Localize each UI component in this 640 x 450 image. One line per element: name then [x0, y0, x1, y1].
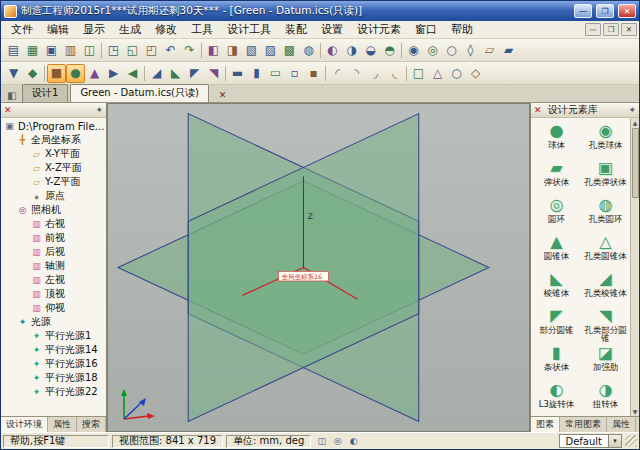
library-item[interactable]: ◎ 圆环: [532, 194, 581, 231]
next-view-icon[interactable]: ▶: [104, 64, 123, 83]
chamfer-icon[interactable]: ◑: [342, 41, 361, 60]
tab-properties[interactable]: 属性: [48, 417, 77, 432]
extrude-icon[interactable]: ▧: [242, 41, 261, 60]
library-item[interactable]: ◑ 扭转体: [581, 379, 630, 416]
maximize-button[interactable]: ❐: [596, 4, 614, 18]
tree-item[interactable]: 平行光源14: [1, 343, 106, 357]
previous-view-icon[interactable]: ◀: [123, 64, 142, 83]
tree-item[interactable]: 轴测: [1, 259, 106, 273]
menu-help[interactable]: 帮助: [444, 21, 480, 38]
menu-design-elements[interactable]: 设计元素: [350, 21, 408, 38]
zoom-window-icon[interactable]: □: [409, 64, 428, 83]
panel-pin-icon[interactable]: ✦: [628, 105, 636, 115]
bar-icon[interactable]: ▮: [247, 64, 266, 83]
menu-tools[interactable]: 工具: [184, 21, 220, 38]
mdi-restore-button[interactable]: ❐: [603, 23, 619, 36]
viewport[interactable]: Z 全局坐标系16: [107, 103, 530, 432]
library-item[interactable]: ● 球体: [532, 120, 581, 157]
tab-green-datum[interactable]: Green - Datum.ics(只读): [70, 84, 209, 102]
minimize-button[interactable]: —: [574, 4, 592, 18]
tree-item[interactable]: 光源: [1, 315, 106, 329]
library-item[interactable]: ◤ 部分圆锥: [532, 305, 581, 342]
shell-icon[interactable]: ◒: [361, 41, 380, 60]
arc-nw-icon[interactable]: ◝: [347, 64, 366, 83]
tree-item[interactable]: 平行光源1: [1, 329, 106, 343]
surface-extend-icon[interactable]: ◥: [204, 64, 223, 83]
shading-toggle-icon[interactable]: ◐: [346, 435, 361, 448]
array-icon[interactable]: ○: [442, 41, 461, 60]
render-style-select[interactable]: Default ▾: [559, 434, 622, 448]
library-item[interactable]: ▰ 弹状体: [532, 157, 581, 194]
analysis-icon[interactable]: ▱: [480, 41, 499, 60]
tree-item[interactable]: 后视: [1, 245, 106, 259]
tree-item[interactable]: 右视: [1, 217, 106, 231]
new-icon[interactable]: ▤: [4, 41, 23, 60]
zoom-all-icon[interactable]: ○: [447, 64, 466, 83]
menu-generate[interactable]: 生成: [112, 21, 148, 38]
library-item[interactable]: ◐ L3旋转体: [532, 379, 581, 416]
library-item[interactable]: ◢ 孔类棱锥体: [581, 268, 630, 305]
mdi-minimize-button[interactable]: —: [585, 23, 601, 36]
vertex-icon[interactable]: ▪: [304, 64, 323, 83]
undo-icon[interactable]: ↶: [161, 41, 180, 60]
library-item[interactable]: ◍ 孔类圆环: [581, 194, 630, 231]
scrollbar-thumb[interactable]: [632, 128, 639, 198]
arc-sw-icon[interactable]: ◟: [385, 64, 404, 83]
menu-window[interactable]: 窗口: [408, 21, 444, 38]
rectangle-icon[interactable]: ▭: [266, 64, 285, 83]
menu-design-tools[interactable]: 设计工具: [220, 21, 278, 38]
close-button[interactable]: ✕: [618, 4, 636, 18]
sketch-icon[interactable]: ◧: [204, 41, 223, 60]
menu-assembly[interactable]: 装配: [278, 21, 314, 38]
rotate-view-icon[interactable]: ◇: [466, 64, 485, 83]
arc-se-icon[interactable]: ◞: [366, 64, 385, 83]
library-item[interactable]: ▲ 圆锥体: [532, 231, 581, 268]
datum-plane-icon[interactable]: ◨: [223, 41, 242, 60]
tree-item[interactable]: 前视: [1, 231, 106, 245]
tab-close-icon[interactable]: ✕: [215, 88, 230, 102]
copy-icon[interactable]: ◱: [123, 41, 142, 60]
snap-toggle-icon[interactable]: ◎: [330, 435, 345, 448]
corner-extend-icon[interactable]: ◣: [166, 64, 185, 83]
point-icon[interactable]: ▫: [285, 64, 304, 83]
solid-display-icon[interactable]: ■: [47, 64, 66, 83]
scroll-down-icon[interactable]: ▼: [633, 407, 638, 416]
tree-item[interactable]: 仰视: [1, 301, 106, 315]
tab-attributes[interactable]: 属性: [607, 417, 636, 432]
resize-grip[interactable]: [625, 435, 637, 447]
panel-close-icon[interactable]: ✕: [534, 105, 545, 115]
library-item[interactable]: △ 孔类圆锥体: [581, 231, 630, 268]
tab-search[interactable]: 搜索: [77, 417, 106, 432]
sweep-icon[interactable]: ▩: [280, 41, 299, 60]
print-icon[interactable]: ▥: [61, 41, 80, 60]
mirror-icon[interactable]: ◎: [423, 41, 442, 60]
render-mode-icon[interactable]: ◆: [23, 64, 42, 83]
scroll-up-icon[interactable]: ▲: [633, 118, 638, 127]
menu-modify[interactable]: 修改: [148, 21, 184, 38]
select-icon[interactable]: ▼: [4, 64, 23, 83]
library-item[interactable]: ▣ 孔类弹状体: [581, 157, 630, 194]
arc-ne-icon[interactable]: ◜: [328, 64, 347, 83]
tab-sheet-metal[interactable]: 钣金: [636, 417, 640, 432]
library-item[interactable]: ◪ 加强肋: [581, 342, 630, 379]
tree-item[interactable]: 平行光源22: [1, 385, 106, 399]
tree-item[interactable]: 顶视: [1, 287, 106, 301]
menu-display[interactable]: 显示: [76, 21, 112, 38]
draft-icon[interactable]: ◓: [380, 41, 399, 60]
open-icon[interactable]: ▦: [23, 41, 42, 60]
mdi-close-button[interactable]: ✕: [621, 23, 637, 36]
library-item[interactable]: ◥ 孔类部分圆锥: [581, 305, 630, 342]
zoom-in-icon[interactable]: △: [428, 64, 447, 83]
menu-settings[interactable]: 设置: [314, 21, 350, 38]
pattern-icon[interactable]: ◉: [404, 41, 423, 60]
tab-design1[interactable]: 设计1: [22, 84, 68, 102]
material-icon[interactable]: ▰: [499, 41, 518, 60]
menu-edit[interactable]: 编辑: [40, 21, 76, 38]
tab-common-elements[interactable]: 常用图素: [560, 417, 607, 432]
cone-primitive-icon[interactable]: ▲: [85, 64, 104, 83]
tree-item[interactable]: X-Z平面: [1, 161, 106, 175]
display-mode-icon[interactable]: ◫: [314, 435, 329, 448]
panel-close-icon[interactable]: ✕: [4, 105, 15, 115]
loft-icon[interactable]: ◍: [299, 41, 318, 60]
shaded-display-icon[interactable]: ●: [66, 64, 85, 83]
